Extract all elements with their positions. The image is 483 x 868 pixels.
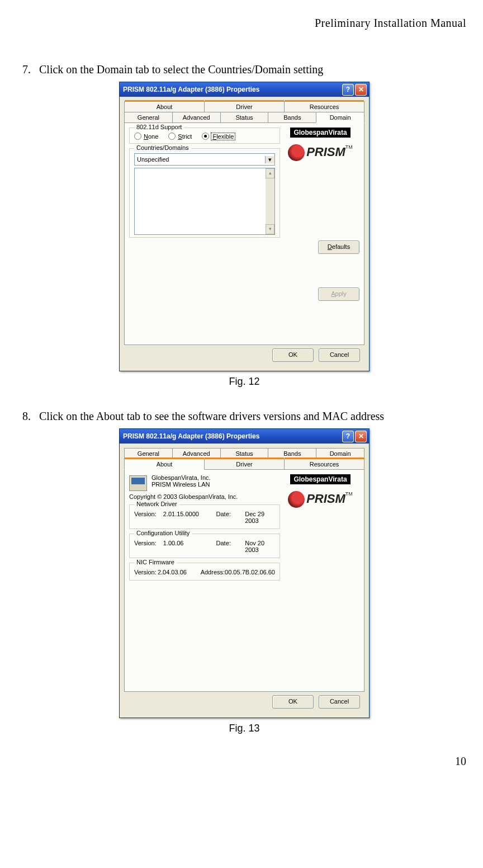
page-number: 10 xyxy=(455,755,466,768)
cfg-date-label: Date: xyxy=(216,540,245,553)
tab-resources[interactable]: Resources xyxy=(284,101,364,112)
tab-about[interactable]: About xyxy=(124,101,205,112)
caption-fig13: Fig. 13 xyxy=(22,723,466,734)
group-nic-firmware: NIC Firmware Version: 2.04.03.06 Address… xyxy=(129,563,280,581)
group-config-utility: Configuration Utility Version: 1.00.06 D… xyxy=(129,534,280,558)
adapter-icon xyxy=(129,475,147,491)
radio-strict[interactable]: StrictStrict xyxy=(168,133,192,140)
radio-flexible[interactable]: FlexibleFlexible xyxy=(202,133,235,140)
brand-badge: GlobespanVirata xyxy=(290,128,350,138)
prism-logo: PRISMTM xyxy=(281,491,359,508)
close-button[interactable]: ✕ xyxy=(355,84,367,96)
cfg-version-value: 1.00.06 xyxy=(163,540,216,553)
step-7-text: Click on the Domain tab to select the Co… xyxy=(39,63,466,76)
step-7-number: 7. xyxy=(22,63,39,76)
group-countries-domains: Countries/Domains Unspecified ▾ ▴ ▾ xyxy=(129,148,280,238)
cancel-button[interactable]: Cancel xyxy=(319,348,360,362)
step-8-number: 8. xyxy=(22,410,39,423)
tab-general[interactable]: General xyxy=(124,112,173,123)
tab-domain[interactable]: Domain xyxy=(316,112,364,123)
dialog-domain: PRISM 802.11a/g Adapter (3886) Propertie… xyxy=(119,82,370,371)
help-button[interactable]: ? xyxy=(342,431,354,442)
cfg-version-label: Version: xyxy=(134,540,163,553)
net-version-label: Version: xyxy=(134,511,163,524)
prism-swirl-icon xyxy=(288,491,305,508)
nic-address-label: Address: xyxy=(201,569,225,575)
tab-driver[interactable]: Driver xyxy=(204,101,285,112)
scroll-up-icon[interactable]: ▴ xyxy=(266,168,274,178)
copyright-text: Copyright © 2003 GlobespanVirata, Inc. xyxy=(129,493,280,500)
apply-button: ApplyApply xyxy=(318,287,359,301)
step-8-text: Click on the About tab to see the softwa… xyxy=(39,410,466,423)
group-config-utility-legend: Configuration Utility xyxy=(134,530,192,536)
titlebar[interactable]: PRISM 802.11a/g Adapter (3886) Propertie… xyxy=(120,82,369,97)
net-date-label: Date: xyxy=(216,511,245,524)
tab-resources[interactable]: Resources xyxy=(284,459,364,470)
tab-advanced[interactable]: Advanced xyxy=(172,112,221,123)
step-8: 8. Click on the About tab to see the sof… xyxy=(22,410,466,423)
group-countries-legend: Countries/Domains xyxy=(134,144,191,151)
prism-swirl-icon xyxy=(288,144,305,161)
ok-button[interactable]: OK xyxy=(272,348,314,362)
group-80211d-legend: 802.11d Support xyxy=(134,124,184,130)
tab-bands[interactable]: Bands xyxy=(268,112,316,123)
nic-version-value: 2.04.03.06 xyxy=(158,569,201,575)
scroll-down-icon[interactable]: ▾ xyxy=(266,224,274,234)
prism-logo: PRISMTM xyxy=(281,144,359,161)
countries-combo[interactable]: Unspecified ▾ xyxy=(134,153,275,166)
brand-badge: GlobespanVirata xyxy=(290,474,350,484)
tab-driver[interactable]: Driver xyxy=(204,459,285,470)
step-7: 7. Click on the Domain tab to select the… xyxy=(22,63,466,76)
nic-version-label: Version: xyxy=(134,569,158,575)
tab-about[interactable]: About xyxy=(124,459,205,470)
window-title: PRISM 802.11a/g Adapter (3886) Propertie… xyxy=(123,432,341,440)
caption-fig12: Fig. 12 xyxy=(22,376,466,388)
chevron-down-icon[interactable]: ▾ xyxy=(265,156,274,163)
titlebar[interactable]: PRISM 802.11a/g Adapter (3886) Propertie… xyxy=(120,429,369,444)
vendor-name: GlobespanVirata, Inc. xyxy=(151,474,211,481)
nic-address-value: 00.05.7B.02.06.60 xyxy=(225,569,275,575)
group-nic-firmware-legend: NIC Firmware xyxy=(134,559,177,565)
defaults-button[interactable]: DefaultsDefaults xyxy=(318,240,359,254)
doc-header: Preliminary Installation Manual xyxy=(22,17,466,30)
group-80211d-support: 802.11d Support NNoneone StrictStrict Fl… xyxy=(129,128,280,144)
net-version-value: 2.01.15.0000 xyxy=(163,511,216,524)
countries-combo-value: Unspecified xyxy=(135,156,265,163)
close-button[interactable]: ✕ xyxy=(355,431,367,442)
help-button[interactable]: ? xyxy=(342,84,354,96)
countries-listbox[interactable]: ▴ ▾ xyxy=(134,168,275,235)
ok-button[interactable]: OK xyxy=(272,695,314,709)
group-network-driver-legend: Network Driver xyxy=(134,501,179,507)
product-name: PRISM Wireless LAN xyxy=(151,481,211,488)
group-network-driver: Network Driver Version: 2.01.15.0000 Dat… xyxy=(129,504,280,529)
cancel-button[interactable]: Cancel xyxy=(319,695,360,709)
dialog-about: PRISM 802.11a/g Adapter (3886) Propertie… xyxy=(119,428,370,718)
tab-status[interactable]: Status xyxy=(220,112,269,123)
radio-none[interactable]: NNoneone xyxy=(134,133,158,140)
window-title: PRISM 802.11a/g Adapter (3886) Propertie… xyxy=(123,86,341,93)
net-date-value: Dec 29 2003 xyxy=(245,511,275,524)
cfg-date-value: Nov 20 2003 xyxy=(245,540,275,553)
scrollbar[interactable]: ▴ ▾ xyxy=(266,168,274,234)
